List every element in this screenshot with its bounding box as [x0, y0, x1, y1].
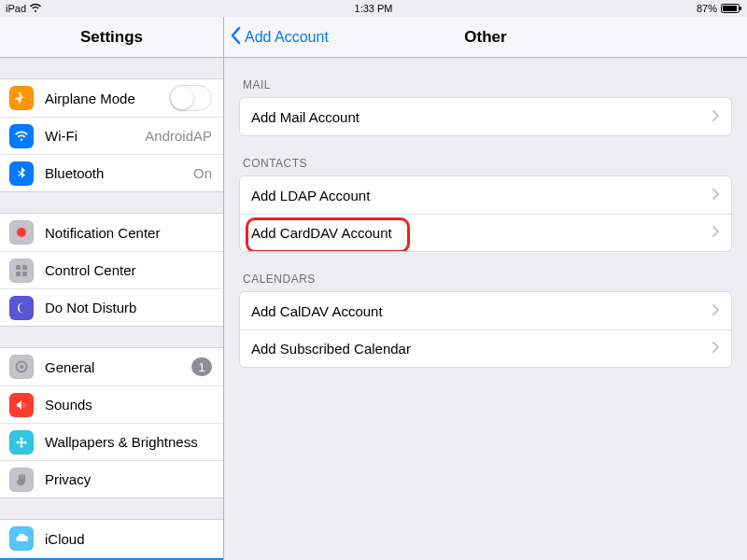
cell-label: Add LDAP Account [251, 188, 712, 203]
cell-label: Add CalDAV Account [251, 303, 712, 319]
svg-point-10 [20, 441, 23, 444]
moon-icon [9, 296, 34, 320]
sidebar-item-dnd[interactable]: Do Not Disturb [0, 288, 223, 326]
status-battery-pct: 87% [697, 3, 717, 14]
svg-rect-6 [16, 272, 21, 276]
chevron-right-icon [712, 341, 720, 357]
sidebar-item-label: Bluetooth [45, 165, 193, 181]
cell-label: Add CardDAV Account [251, 225, 712, 241]
bluetooth-icon [9, 161, 34, 186]
sidebar-item-notifications[interactable]: Notification Center [0, 214, 223, 251]
cell-label: Add Subscribed Calendar [251, 341, 712, 357]
cell-add-ldap-account[interactable]: Add LDAP Account [240, 176, 731, 214]
sidebar-item-wifi[interactable]: Wi-FiAndroidAP [0, 117, 223, 154]
sidebar-scroll[interactable]: Airplane ModeWi-FiAndroidAPBluetoothOnNo… [0, 58, 223, 560]
chevron-right-icon [712, 225, 720, 241]
svg-point-3 [17, 228, 26, 237]
svg-point-13 [16, 441, 19, 443]
svg-rect-1 [723, 6, 737, 11]
cell-add-caldav-account[interactable]: Add CalDAV Account [240, 292, 731, 329]
sidebar-item-label: iCloud [45, 531, 212, 547]
back-button[interactable]: Add Account [224, 26, 329, 49]
cloud-icon [9, 526, 34, 551]
detail-pane: Add Account Other MAILAdd Mail AccountCO… [224, 17, 747, 560]
chevron-left-icon [230, 26, 243, 49]
page-title: Other [464, 28, 506, 47]
sidebar-item-label: Wallpapers & Brightness [45, 434, 212, 450]
detail-body[interactable]: MAILAdd Mail AccountCONTACTSAdd LDAP Acc… [224, 58, 747, 560]
sidebar-item-detail: AndroidAP [145, 128, 212, 144]
back-label: Add Account [245, 29, 329, 46]
status-time: 1:33 PM [355, 3, 393, 14]
wifi-icon [9, 124, 34, 148]
sidebar-item-label: Do Not Disturb [45, 300, 212, 315]
badge: 1 [191, 357, 212, 376]
sidebar-item-label: Airplane Mode [45, 91, 169, 106]
cell-add-carddav-account[interactable]: Add CardDAV Account [240, 214, 731, 251]
notification-icon [9, 220, 34, 245]
svg-point-14 [23, 441, 26, 443]
sidebar-item-sounds[interactable]: Sounds [0, 385, 223, 423]
speaker-icon [9, 393, 34, 417]
svg-rect-4 [16, 265, 21, 270]
sidebar-item-label: Control Center [45, 262, 212, 278]
svg-point-12 [20, 444, 22, 447]
sidebar-item-controlcenter[interactable]: Control Center [0, 251, 223, 288]
sidebar-item-label: Notification Center [45, 225, 212, 241]
airplane-icon [9, 86, 34, 110]
section-header: CALENDARS [243, 273, 732, 286]
detail-header: Add Account Other [224, 17, 747, 58]
battery-icon [721, 4, 741, 13]
airplane-toggle[interactable] [169, 85, 212, 111]
sidebar-title: Settings [0, 17, 223, 58]
sidebar-item-wallpapers[interactable]: Wallpapers & Brightness [0, 423, 223, 460]
sidebar-item-privacy[interactable]: Privacy [0, 460, 223, 497]
chevron-right-icon [712, 188, 720, 203]
sidebar-item-general[interactable]: General1 [0, 348, 223, 385]
section-header: CONTACTS [243, 157, 732, 170]
settings-sidebar: Settings Airplane ModeWi-FiAndroidAPBlue… [0, 17, 224, 560]
sidebar-item-airplane[interactable]: Airplane Mode [0, 79, 223, 117]
cell-add-mail-account[interactable]: Add Mail Account [240, 98, 731, 135]
status-bar: iPad 1:33 PM 87% [0, 0, 747, 17]
wifi-icon [30, 4, 41, 13]
hand-icon [9, 468, 34, 492]
svg-rect-5 [22, 265, 27, 270]
chevron-right-icon [712, 109, 720, 125]
gear-icon [9, 355, 34, 379]
sidebar-item-detail: On [193, 165, 212, 181]
section-header: MAIL [243, 78, 732, 91]
controlcenter-icon [9, 259, 34, 283]
cell-add-subscribed-calendar[interactable]: Add Subscribed Calendar [240, 329, 731, 367]
sidebar-item-bluetooth[interactable]: BluetoothOn [0, 154, 223, 191]
sidebar-item-label: General [45, 359, 191, 375]
cell-label: Add Mail Account [251, 109, 712, 125]
sidebar-item-label: Sounds [45, 397, 212, 413]
chevron-right-icon [712, 303, 720, 319]
svg-point-11 [20, 437, 22, 440]
svg-rect-7 [22, 272, 27, 276]
sidebar-item-label: Privacy [45, 471, 212, 487]
svg-point-9 [20, 365, 23, 369]
sidebar-item-label: Wi-Fi [45, 128, 145, 144]
sidebar-item-icloud[interactable]: iCloud [0, 520, 223, 557]
flower-icon [9, 430, 34, 455]
svg-rect-2 [740, 7, 741, 10]
status-device: iPad [6, 3, 26, 14]
